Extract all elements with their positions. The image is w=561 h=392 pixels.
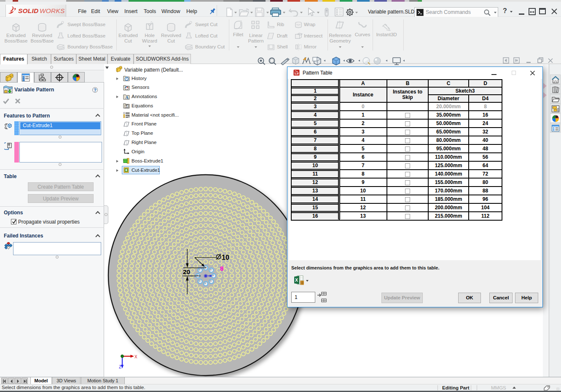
svg-text:X: X [295, 277, 298, 283]
svg-text:WORKS: WORKS [40, 7, 65, 14]
svg-text:20: 20 [183, 268, 190, 275]
svg-text:S W: S W [295, 72, 299, 75]
svg-text:Z: Z [119, 365, 121, 369]
svg-text:8: 8 [220, 265, 224, 272]
svg-text:SOLID: SOLID [18, 7, 38, 14]
svg-text:X: X [134, 355, 137, 359]
svg-text:10: 10 [222, 254, 229, 261]
